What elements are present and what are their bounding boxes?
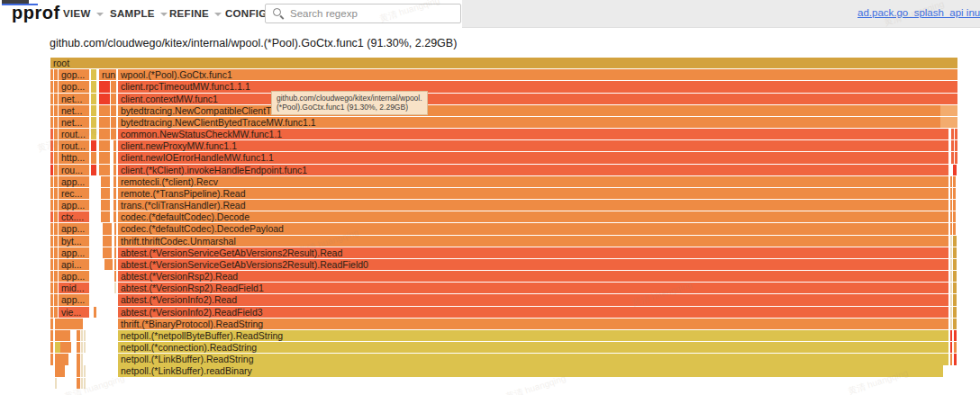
- flame-frame[interactable]: [60, 319, 83, 329]
- flame-frame[interactable]: app...: [59, 223, 89, 234]
- flame-frame[interactable]: [954, 354, 957, 364]
- flame-frame[interactable]: api...: [59, 259, 89, 270]
- flame-frame[interactable]: [91, 165, 96, 175]
- flame-frame[interactable]: [84, 342, 86, 353]
- flame-frame[interactable]: thrift.(*BinaryProtocol).ReadString: [118, 319, 948, 329]
- flame-frame[interactable]: [50, 81, 53, 92]
- flame-frame[interactable]: abtest.(*VersionRsp2).Read: [118, 271, 948, 282]
- flame-frame[interactable]: [950, 259, 952, 270]
- flame-frame[interactable]: [950, 342, 952, 353]
- flame-frame[interactable]: [84, 330, 86, 341]
- flame-frame[interactable]: client.newIOErrorHandleMW.func1.1: [118, 152, 948, 163]
- flame-frame[interactable]: [54, 211, 58, 222]
- flame-frame[interactable]: abtest.(*VersionInfo2).ReadField3: [118, 307, 948, 318]
- flame-frame[interactable]: rout...: [59, 140, 89, 151]
- flame-frame[interactable]: [99, 105, 110, 116]
- flame-frame[interactable]: netpoll.(*LinkBuffer).ReadString: [118, 354, 948, 364]
- flame-frame[interactable]: [54, 294, 58, 305]
- flame-frame[interactable]: [50, 176, 53, 187]
- flame-frame[interactable]: [953, 294, 957, 305]
- flame-frame[interactable]: abtest.(*VersionServiceGetAbVersions2Res…: [118, 259, 948, 270]
- flame-frame[interactable]: [940, 117, 957, 128]
- flame-frame[interactable]: [50, 165, 53, 175]
- flame-frame[interactable]: net...: [59, 94, 89, 104]
- flame-frame[interactable]: [77, 330, 80, 341]
- flame-frame[interactable]: [113, 176, 116, 187]
- flame-frame[interactable]: [50, 319, 53, 329]
- flame-frame[interactable]: [99, 152, 110, 163]
- flame-frame[interactable]: [114, 271, 116, 282]
- flame-frame[interactable]: [950, 223, 952, 234]
- flame-frame[interactable]: [955, 152, 957, 163]
- flame-frame[interactable]: codec.(*defaultCodec).Decode: [118, 211, 948, 222]
- flame-frame[interactable]: [91, 94, 96, 104]
- flame-frame[interactable]: [113, 165, 116, 175]
- flame-frame[interactable]: [81, 365, 83, 376]
- flame-frame[interactable]: [54, 188, 58, 199]
- flame-frame[interactable]: [60, 342, 71, 353]
- flame-frame[interactable]: rou...: [59, 165, 89, 175]
- flame-frame[interactable]: [50, 330, 53, 341]
- flame-frame[interactable]: [91, 105, 96, 116]
- flame-frame[interactable]: [954, 342, 957, 353]
- flame-frame[interactable]: [111, 94, 116, 104]
- flame-frame[interactable]: [91, 69, 96, 80]
- flame-frame[interactable]: [54, 105, 58, 116]
- flame-frame[interactable]: [60, 354, 68, 364]
- flame-frame[interactable]: app...: [59, 294, 89, 305]
- flame-frame[interactable]: [50, 188, 53, 199]
- flame-frame[interactable]: [50, 200, 53, 211]
- flame-frame[interactable]: remotecli.(*client).Recv: [118, 176, 948, 187]
- flame-frame[interactable]: netpoll.(*netpollByteBuffer).ReadString: [118, 330, 948, 341]
- flame-frame[interactable]: [91, 81, 96, 92]
- flame-frame[interactable]: [77, 365, 80, 376]
- flame-frame[interactable]: [950, 319, 952, 329]
- flame-frame[interactable]: [50, 354, 53, 364]
- flame-frame[interactable]: [953, 307, 957, 318]
- flame-frame[interactable]: [50, 283, 53, 293]
- flame-frame[interactable]: [55, 365, 65, 376]
- flame-frame[interactable]: ctx....: [59, 211, 89, 222]
- flame-frame[interactable]: [950, 283, 952, 293]
- flame-frame[interactable]: [94, 307, 96, 318]
- flame-frame[interactable]: [114, 223, 116, 234]
- flame-frame[interactable]: [54, 165, 58, 175]
- flame-frame[interactable]: [953, 188, 956, 199]
- flame-frame[interactable]: abtest.(*VersionInfo2).Read: [118, 294, 948, 305]
- flame-frame[interactable]: [111, 81, 116, 92]
- flame-frame[interactable]: [950, 211, 952, 222]
- flame-frame[interactable]: [54, 117, 58, 128]
- flame-frame[interactable]: [50, 211, 53, 222]
- flame-frame[interactable]: client.newProxyMW.func1.1: [118, 140, 948, 151]
- flame-frame[interactable]: [50, 152, 53, 163]
- flame-frame[interactable]: gop...: [59, 69, 89, 80]
- flame-frame[interactable]: [953, 271, 957, 282]
- flame-frame[interactable]: vie...: [59, 307, 89, 318]
- flame-frame[interactable]: [50, 129, 53, 139]
- flame-frame[interactable]: rout...: [59, 129, 89, 139]
- flame-frame[interactable]: app...: [59, 247, 89, 258]
- flame-frame[interactable]: [951, 140, 954, 151]
- flame-frame[interactable]: run...: [99, 69, 116, 80]
- flame-frame[interactable]: [54, 247, 58, 258]
- flame-frame[interactable]: [54, 140, 58, 151]
- flame-frame[interactable]: [114, 236, 116, 247]
- flame-frame[interactable]: byt...: [59, 236, 89, 247]
- flame-frame[interactable]: [953, 223, 956, 234]
- flame-frame[interactable]: codec.(*defaultCodec).DecodePayload: [118, 223, 948, 234]
- flame-frame[interactable]: [955, 129, 957, 139]
- flame-frame[interactable]: [951, 129, 954, 139]
- flame-frame[interactable]: [101, 211, 110, 222]
- flame-frame[interactable]: [99, 117, 110, 128]
- flame-frame[interactable]: [50, 94, 53, 104]
- flame-frame[interactable]: [99, 129, 110, 139]
- flame-frame[interactable]: [950, 200, 952, 211]
- flame-frame[interactable]: [54, 307, 58, 318]
- flame-frame[interactable]: [99, 140, 110, 151]
- flame-frame[interactable]: [54, 129, 58, 139]
- flame-frame[interactable]: [953, 259, 957, 270]
- flame-frame[interactable]: [50, 105, 53, 116]
- flame-frame[interactable]: [950, 188, 952, 199]
- flame-frame[interactable]: [84, 365, 86, 376]
- flame-frame[interactable]: [50, 307, 53, 318]
